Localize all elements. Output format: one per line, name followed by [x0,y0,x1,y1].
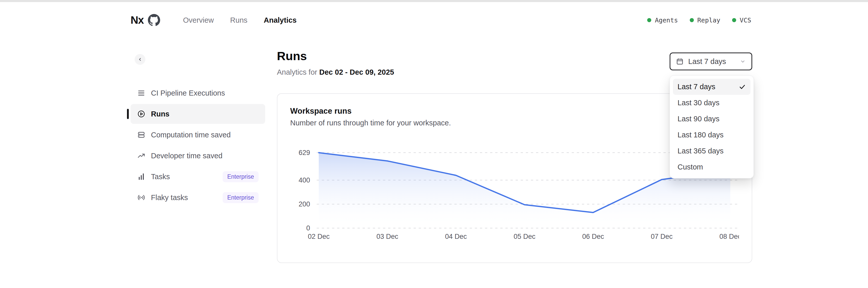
date-range-dropdown: Last 7 days Last 7 days Last 30 days [670,53,752,70]
logo[interactable]: Nx [130,14,160,26]
svg-text:06 Dec: 06 Dec [582,233,604,241]
svg-text:200: 200 [299,200,310,208]
date-range-button[interactable]: Last 7 days [670,53,752,70]
sidebar-item-label: Developer time saved [151,152,222,160]
status-group: Agents Replay VCS [647,17,751,24]
nav-analytics[interactable]: Analytics [264,16,297,25]
status-dot-icon [647,18,651,22]
status-label: Replay [698,17,720,24]
window-top-strip [0,0,868,2]
sidebar-item-tasks[interactable]: Tasks Enterprise [130,167,265,187]
sidebar-item-label: Computation time saved [151,131,231,139]
status-label: Agents [655,17,678,24]
sidebar-item-developer-time-saved[interactable]: Developer time saved [130,146,265,166]
radio-signal-icon [137,193,145,201]
bar-chart-icon [137,172,145,181]
menu-item-last-30-days[interactable]: Last 30 days [673,95,750,111]
check-icon [739,83,746,91]
status-agents[interactable]: Agents [647,17,678,24]
sidebar-item-computation-time-saved[interactable]: Computation time saved [130,125,265,145]
date-range-label: Last 7 days [688,57,726,66]
menu-item-label: Last 365 days [678,147,724,155]
status-vcs[interactable]: VCS [732,17,751,24]
svg-text:400: 400 [299,177,310,184]
nx-logo-text: Nx [130,14,144,26]
menu-item-label: Custom [678,163,703,171]
trending-up-icon [137,152,145,160]
svg-text:05 Dec: 05 Dec [514,233,535,241]
date-range-menu: Last 7 days Last 30 days Last 90 days La… [670,75,754,179]
svg-text:0: 0 [306,224,310,232]
menu-item-last-180-days[interactable]: Last 180 days [673,127,750,143]
menu-item-label: Last 30 days [678,99,719,107]
status-dot-icon [732,18,736,22]
sidebar-item-flaky-tasks[interactable]: Flaky tasks Enterprise [130,188,265,207]
menu-item-label: Last 90 days [678,115,719,123]
nav-overview[interactable]: Overview [183,16,214,25]
rows-icon [137,89,145,97]
svg-text:02 Dec: 02 Dec [308,233,330,241]
svg-text:07 Dec: 07 Dec [651,233,673,241]
svg-text:03 Dec: 03 Dec [376,233,398,241]
status-label: VCS [740,17,751,24]
menu-item-label: Last 180 days [678,131,724,139]
svg-text:629: 629 [299,149,310,157]
calendar-icon [676,58,684,65]
subtitle-prefix: Analytics for [277,68,317,76]
status-replay[interactable]: Replay [690,17,720,24]
menu-item-last-7-days[interactable]: Last 7 days [673,79,750,95]
sidebar-item-label: CI Pipeline Executions [151,89,225,97]
status-dot-icon [690,18,694,22]
svg-text:04 Dec: 04 Dec [445,233,467,241]
main-content: Runs Analytics for Dec 02 - Dec 09, 2025… [277,38,752,263]
sidebar-item-ci-pipeline-executions[interactable]: CI Pipeline Executions [130,83,265,103]
content-area: CI Pipeline Executions Runs Computati [0,38,868,263]
svg-text:08 Dec: 08 Dec [719,233,739,241]
sidebar: CI Pipeline Executions Runs Computati [130,38,265,263]
sidebar-item-label: Flaky tasks [151,193,188,202]
active-indicator-bar [127,109,129,119]
sidebar-item-runs[interactable]: Runs [130,104,265,124]
sidebar-item-label: Tasks [151,172,170,181]
enterprise-badge: Enterprise [223,171,258,182]
menu-item-custom[interactable]: Custom [673,159,750,175]
enterprise-badge: Enterprise [223,192,258,203]
menu-item-last-90-days[interactable]: Last 90 days [673,111,750,127]
chevron-left-icon [138,57,142,62]
nx-cloud-analytics-page: Nx Overview Runs Analytics Agents Replay… [0,0,868,263]
play-circle-icon [137,110,145,118]
sidebar-collapse-button[interactable] [135,54,145,65]
menu-item-label: Last 7 days [678,83,715,91]
github-icon [148,14,160,26]
chevron-down-icon [740,58,746,64]
sidebar-nav: CI Pipeline Executions Runs Computati [130,83,265,207]
primary-nav: Overview Runs Analytics [183,16,297,25]
app-header: Nx Overview Runs Analytics Agents Replay… [0,2,868,38]
server-icon [137,131,145,139]
subtitle-date-range: Dec 02 - Dec 09, 2025 [319,68,394,76]
menu-item-last-365-days[interactable]: Last 365 days [673,143,750,159]
nav-runs[interactable]: Runs [230,16,248,25]
sidebar-item-label: Runs [151,110,169,118]
